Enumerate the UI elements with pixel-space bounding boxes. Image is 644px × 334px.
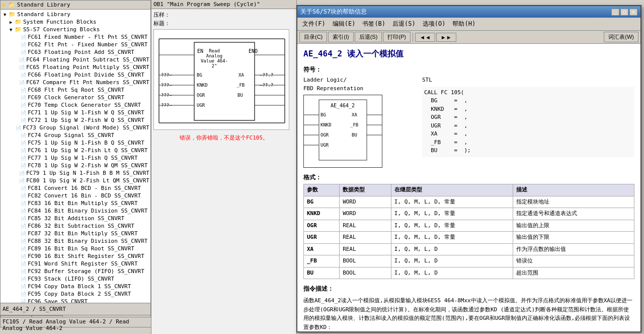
- expand-icon: ▼: [4, 12, 9, 17]
- doc-icon-3: 📄: [21, 35, 26, 40]
- tree-item-5[interactable]: 📄FC63 Floating Point Add SS_CNVRT: [4, 48, 149, 56]
- tree-item-label-15: FC73 Group Signal (Word Mode) SS_CNVRT: [23, 124, 149, 131]
- menu-file[interactable]: 文件(F): [299, 19, 329, 29]
- tree-item-20[interactable]: 📄FC78 1 Up Sig W 2-Fish W QM SS_CNVRT: [4, 162, 149, 169]
- index-button[interactable]: 索引(I): [328, 32, 353, 42]
- menu-bookmark[interactable]: 书签(B): [359, 19, 388, 29]
- tree-item-35[interactable]: 📄FC93 Stack (LIFO) SS_CNVRT: [4, 275, 149, 283]
- param-row-5: _FB BOOL I, Q, M, L, D 错误位: [304, 255, 634, 268]
- doc-icon-18: 📄: [21, 148, 26, 153]
- tree-item-label-38: FC96 Save SS_CNVRT: [28, 298, 88, 303]
- tree-item-8[interactable]: 📄FC66 Floating Point Divide SS_CNVRT: [4, 71, 149, 79]
- tree-item-label-18: FC76 1 Up Sig W 2-Fish Lt Q SS_CNVRT: [28, 147, 147, 154]
- tree-item-36[interactable]: 📄FC94 Copy Data Block 1 SS_CNVRT: [4, 283, 149, 290]
- minimize-button[interactable]: _: [611, 9, 619, 16]
- doc-icon-20: 📄: [21, 163, 26, 168]
- toc-button[interactable]: 目录(C): [299, 32, 327, 42]
- doc-icon-23: 📄: [21, 186, 26, 191]
- left-panel: ▶ 📁 Standard Library ▼📁Standard Library▶…: [0, 0, 151, 327]
- folder-icon-2: 📁: [15, 26, 22, 33]
- tree-item-label-32: FC90 16 Bit Shift Register SS_CNVRT: [28, 253, 144, 259]
- tree-item-22[interactable]: 📄FC80 1 Up Sig W 2-Fish Lt QM SS_CNVRT: [4, 177, 149, 184]
- tree-item-label-22: FC80 1 Up Sig W 2-Fish Lt QM SS_CNVRT: [26, 177, 149, 184]
- tree-item-9[interactable]: 📄FC67 Compare Flt Pnt Numbers SS_CNVRT: [4, 79, 149, 86]
- param-desc-0: 指定模块地址: [513, 196, 634, 208]
- doc-icon-13: 📄: [21, 110, 26, 115]
- svg-text:KNKD: KNKD: [197, 83, 208, 88]
- tree-item-label-9: FC67 Compare Flt Pnt Numbers SS_CNVRT: [26, 79, 149, 86]
- doc-icon-11: 📄: [21, 95, 26, 100]
- menu-edit[interactable]: 编辑(E): [330, 19, 359, 29]
- tree-item-13[interactable]: 📄FC71 1 Up Sig W 1-Fish W Q SS_CNVRT: [4, 109, 149, 116]
- menu-options[interactable]: 选项(O): [420, 19, 449, 29]
- tree-item-label-36: FC94 Copy Data Block 1 SS_CNVRT: [28, 283, 131, 290]
- tree-item-6[interactable]: 📄FC64 Floating Point Subtract SS_CNVRT: [4, 56, 149, 63]
- svg-text:_FB: _FB: [350, 122, 358, 127]
- tree-item-37[interactable]: 📄FC95 Copy Data Block 2 SS_CNVRT: [4, 290, 149, 298]
- svg-text:Analog: Analog: [206, 53, 223, 58]
- tree-item-4[interactable]: 📄FC62 Flt Pnt - Fixed Number SS_CNVRT: [4, 41, 149, 48]
- tree-area[interactable]: ▼📁Standard Library▶📁System Function Bloc…: [1, 10, 150, 303]
- mid-content: 压样： 标题：: [151, 9, 296, 334]
- tree-item-17[interactable]: 📄FC75 1 Up Sig N 1-Fish B Q SS_CNVRT: [4, 139, 149, 147]
- tree-item-11[interactable]: 📄FC69 Clock Generator SS_CNVRT: [4, 94, 149, 101]
- tree-item-21[interactable]: 📄FC79 1 Up Sig N 1-Fish B B M SS_CNVRT: [4, 169, 149, 177]
- tree-item-25[interactable]: 📄FC83 16 Bit Bin Multiply SS_CNVRT: [4, 199, 149, 207]
- help-content[interactable]: AE_464_2 读入一个模拟值 符号： Ladder Logic/FBD Re…: [297, 44, 640, 331]
- close-button[interactable]: ✕: [629, 9, 637, 16]
- tree-item-3[interactable]: 📄FC61 Fixed Number - Flt Pnt SS_CNVRT: [4, 33, 149, 41]
- maximize-button[interactable]: □: [620, 9, 628, 16]
- tree-item-23[interactable]: 📄FC81 Convert 16 BCD - Bin SS_CNVRT: [4, 184, 149, 192]
- tree-item-34[interactable]: 📄FC92 Buffer Storage (FIFO) SS_CNVRT: [4, 268, 149, 275]
- tree-item-29[interactable]: 📄FC87 32 Bit Bin Multiply SS_CNVRT: [4, 230, 149, 237]
- tree-item-18[interactable]: 📄FC76 1 Up Sig W 2-Fish Lt Q SS_CNVRT: [4, 147, 149, 154]
- tree-item-label-28: FC86 32 Bit Subtraction SS_CNVRT: [28, 223, 134, 229]
- tree-item-16[interactable]: 📄FC74 Group Signal SS_CNVRT: [4, 131, 149, 139]
- tree-item-0[interactable]: ▼📁Standard Library: [4, 11, 149, 18]
- param-storage-2: I, Q, M, L, D, 常量: [391, 220, 513, 232]
- breadcrumb: FC105 / Read Analog Value 464-2 / Read A…: [3, 318, 129, 331]
- tree-item-label-19: FC77 1 Up Sig W 1-Fish Q SS_CNVRT: [28, 155, 138, 161]
- param-row-1: KNKD WORD I, Q, M, L, D, 常量 指定通道号和通道表达式: [304, 208, 634, 220]
- nav-next-button[interactable]: ►►: [436, 33, 456, 42]
- tree-item-14[interactable]: 📄FC72 1 Up Sig W 2-Fish W Q SS_CNVRT: [4, 116, 149, 124]
- tree-item-label-8: FC66 Floating Point Divide SS_CNVRT: [28, 72, 144, 78]
- param-row-2: OGR REAL I, Q, M, L, D, 常量 输出值的上限: [304, 220, 634, 232]
- param-type-1: WORD: [340, 208, 391, 220]
- svg-text:Value 464-: Value 464-: [201, 58, 228, 63]
- tree-item-38[interactable]: 📄FC96 Save SS_CNVRT: [4, 298, 149, 303]
- param-storage-1: I, Q, M, L, D, 常量: [391, 208, 513, 220]
- tree-item-19[interactable]: 📄FC77 1 Up Sig W 1-Fish Q SS_CNVRT: [4, 154, 149, 162]
- tree-item-24[interactable]: 📄FC82 Convert 16 Bin - BCD SS_CNVRT: [4, 192, 149, 199]
- tree-item-31[interactable]: 📄FC89 16 Bit Bin Sq Root SS_CNVRT: [4, 245, 149, 252]
- svg-text:ENO: ENO: [249, 48, 258, 54]
- tree-item-label-0: Standard Library: [17, 11, 70, 18]
- tree-item-label-6: FC64 Floating Point Subtract SS_CNVRT: [26, 56, 149, 63]
- tree-item-2[interactable]: ▼📁S5-S7 Converting Blocks: [4, 26, 149, 33]
- tree-item-label-24: FC82 Convert 16 Bin - BCD SS_CNVRT: [28, 192, 141, 199]
- tree-item-1[interactable]: ▶📁System Function Blocks: [4, 18, 149, 26]
- tree-item-30[interactable]: 📄FC88 32 Bit Binary Division SS_CNVRT: [4, 237, 149, 245]
- tree-item-27[interactable]: 📄FC85 32 Bit Addition SS_CNVRT: [4, 215, 149, 222]
- doc-icon-22: 📄: [19, 178, 25, 183]
- param-row-3: UGR REAL I, Q, M, L, D, 常量 输出值的下限: [304, 232, 634, 244]
- tree-item-12[interactable]: 📄FC70 Temp Clock Generator SS_CNVRT: [4, 101, 149, 109]
- tree-item-28[interactable]: 📄FC86 32 Bit Subtraction SS_CNVRT: [4, 222, 149, 230]
- tree-item-15[interactable]: 📄FC73 Group Signal (Word Mode) SS_CNVRT: [4, 124, 149, 131]
- print-button[interactable]: 打印(P): [383, 32, 411, 42]
- back-button[interactable]: 后退(S): [355, 32, 382, 42]
- nav-prev-button[interactable]: ◄◄: [415, 33, 435, 42]
- param-desc-4: 作为浮点数的输出值: [513, 243, 634, 255]
- menu-back[interactable]: 后退(S): [389, 19, 419, 29]
- param-type-2: REAL: [340, 220, 391, 232]
- param-type-4: REAL: [340, 243, 391, 255]
- menu-help[interactable]: 帮助(H): [449, 19, 478, 29]
- tree-item-7[interactable]: 📄FC65 Floating Point Multiply SS_CNVRT: [4, 63, 149, 71]
- tree-item-33[interactable]: 📄FC91 Word Shift Register SS_CNVRT: [4, 260, 149, 268]
- standard-label: 标题：: [153, 20, 170, 27]
- tree-item-32[interactable]: 📄FC90 16 Bit Shift Register SS_CNVRT: [4, 252, 149, 260]
- vocab-button[interactable]: 词汇表(W): [604, 32, 638, 42]
- tree-item-10[interactable]: 📄FC68 Flt Pnt Sq Root SS_CNVRT: [4, 86, 149, 94]
- tree-item-26[interactable]: 📄FC84 16 Bit Binary Division SS_CNVRT: [4, 207, 149, 215]
- help-menubar: 文件(F) 编辑(E) 书签(B) 后退(S) 选项(O) 帮助(H): [297, 18, 640, 31]
